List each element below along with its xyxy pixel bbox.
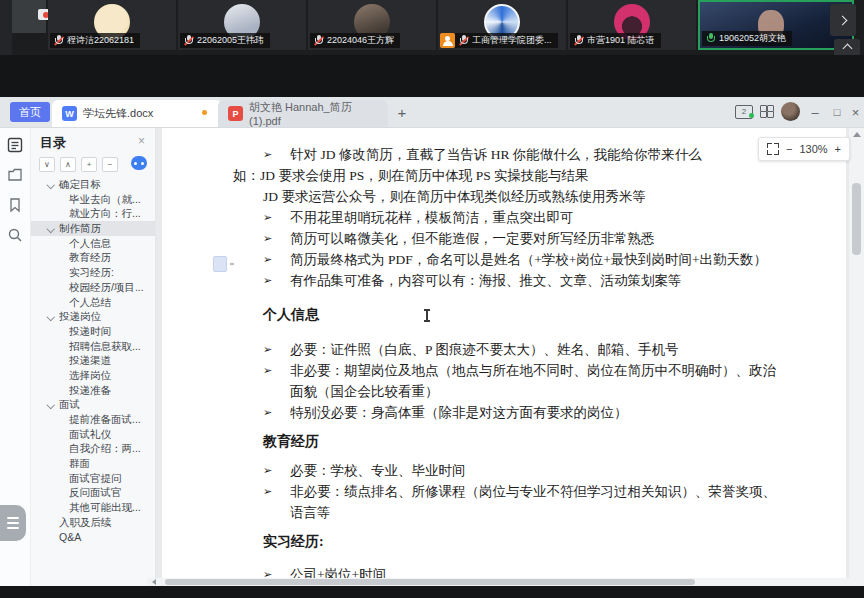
- outline-item[interactable]: 选择岗位: [31, 368, 155, 383]
- participant-name: 市营1901 陆芯语: [587, 34, 655, 47]
- outline-list: 确定目标 毕业去向（就... 就业方向：行... 制作简历 个人信息 教育经历 …: [31, 177, 155, 544]
- maximize-button[interactable]: □: [827, 97, 847, 127]
- minimize-button[interactable]: –: [805, 97, 825, 127]
- scroll-up-icon[interactable]: [853, 132, 861, 137]
- participant-tile[interactable]: 22024046王方辉: [308, 0, 436, 50]
- outline-item[interactable]: 投递准备: [31, 383, 155, 398]
- doc-line: ➢简历可以略微美化，但不能造假，一定要对所写经历非常熟悉: [162, 228, 846, 249]
- text-cursor: [426, 309, 428, 322]
- window-switcher-icon[interactable]: 2: [735, 105, 757, 118]
- doc-line: ➢非必要：绩点排名、所修课程（岗位与专业不符但学习过相关知识）、荣誉奖项、: [162, 481, 846, 502]
- mic-muted-icon: [54, 35, 63, 47]
- document-area: ➢针对 JD 修改简历，直截了当告诉 HR 你能做什么，我能给你带来什么 如：J…: [156, 128, 864, 586]
- online-dot-icon: [749, 113, 754, 118]
- outline-item[interactable]: 确定目标: [31, 177, 155, 192]
- outline-item[interactable]: 反问面试官: [31, 485, 155, 500]
- chevron-down-icon: [47, 180, 55, 188]
- outline-item[interactable]: 自我介绍：两...: [31, 441, 155, 456]
- outline-item[interactable]: 个人信息: [31, 236, 155, 251]
- outline-item[interactable]: 群面: [31, 456, 155, 471]
- comment-marker-icon[interactable]: [213, 256, 227, 272]
- outline-item[interactable]: 入职及后续: [31, 515, 155, 530]
- doc-heading: 教育经历: [162, 431, 846, 452]
- expand-all-button[interactable]: ∨: [39, 157, 55, 172]
- mic-on-icon: [706, 33, 715, 45]
- outline-item[interactable]: 校园经历/项目...: [31, 280, 155, 295]
- close-icon[interactable]: ×: [138, 134, 145, 148]
- video-conference-strip: 录制中 程诗洁22062181 22062005王祎玮 22024046王方辉 …: [0, 0, 864, 55]
- bookmark-panel-icon[interactable]: [6, 196, 24, 214]
- outline-item[interactable]: 面试礼仪: [31, 427, 155, 442]
- mic-muted-icon: [574, 35, 583, 47]
- desktop-background: [0, 55, 864, 97]
- doc-line: ➢不用花里胡哨玩花样，模板简洁，重点突出即可: [162, 207, 846, 228]
- outline-item[interactable]: 教育经历: [31, 250, 155, 265]
- scroll-left-icon[interactable]: [152, 579, 156, 585]
- fit-page-icon[interactable]: [767, 143, 779, 155]
- outline-item[interactable]: 提前准备面试...: [31, 412, 155, 427]
- collapse-all-button[interactable]: ∧: [60, 157, 76, 172]
- next-participants-button[interactable]: [830, 4, 856, 36]
- outline-item[interactable]: 其他可能出现...: [31, 500, 155, 515]
- zoom-in-outline-button[interactable]: +: [81, 157, 97, 172]
- mic-muted-icon: [184, 35, 193, 47]
- outline-item[interactable]: 投递渠道: [31, 353, 155, 368]
- screen: 录制中 程诗洁22062181 22062005王祎玮 22024046王方辉 …: [0, 0, 864, 598]
- outline-panel-icon[interactable]: [6, 136, 24, 154]
- zoom-out-outline-button[interactable]: −: [102, 157, 118, 172]
- participant-name: 22062005王祎玮: [197, 34, 264, 47]
- smart-outline-toggle[interactable]: [131, 156, 147, 170]
- scrollbar-thumb[interactable]: [852, 183, 861, 255]
- search-icon[interactable]: [6, 226, 24, 244]
- home-button[interactable]: 首页: [10, 102, 50, 122]
- close-button[interactable]: ×: [847, 97, 864, 127]
- tab-document[interactable]: W 学坛先锋.docx: [52, 100, 222, 127]
- participant-tile[interactable]: 程诗洁22062181: [48, 0, 176, 50]
- outline-item[interactable]: 毕业去向（就...: [31, 192, 155, 207]
- docx-file-icon: W: [62, 106, 77, 121]
- outline-item[interactable]: Q&A: [31, 530, 155, 545]
- doc-line: 语言等: [162, 502, 846, 523]
- doc-line: ➢有作品集可准备，内容可以有：海报、推文、文章、活动策划案等: [162, 270, 846, 291]
- participant-name: 22024046王方辉: [327, 34, 394, 47]
- doc-line: 如：JD 要求会使用 PS，则在简历中体现 PS 实操技能与结果: [162, 165, 846, 186]
- outline-item[interactable]: 面试官提问: [31, 471, 155, 486]
- strip-edge: [0, 0, 12, 55]
- apps-grid-icon[interactable]: [760, 105, 774, 118]
- participant-tile[interactable]: 工商管理学院团委...: [438, 0, 566, 50]
- zoom-out-button[interactable]: −: [786, 143, 792, 155]
- collapse-strip-button[interactable]: [834, 39, 860, 55]
- outline-item[interactable]: 个人总结: [31, 295, 155, 310]
- outline-item[interactable]: 实习经历:: [31, 265, 155, 280]
- participant-tile[interactable]: 市营1901 陆芯语: [568, 0, 696, 50]
- user-avatar[interactable]: [781, 102, 800, 121]
- doc-line: JD 要求运营公众号，则在简历中体现类似经历或熟练使用秀米等: [162, 186, 846, 207]
- vertical-scrollbar[interactable]: [848, 128, 864, 586]
- outline-item-selected[interactable]: 制作简历: [31, 221, 155, 236]
- outline-item[interactable]: 投递时间: [31, 324, 155, 339]
- participant-tile[interactable]: 22062005王祎玮: [178, 0, 306, 50]
- scrollbar-thumb[interactable]: [165, 579, 695, 585]
- unsaved-dot-icon: [202, 110, 207, 115]
- horizontal-scrollbar[interactable]: [147, 578, 864, 586]
- tab-pdf[interactable]: P 胡文艳 Hannah_简历(1).pdf: [218, 100, 388, 127]
- history-panel-icon[interactable]: [6, 166, 24, 184]
- outline-item[interactable]: 面试: [31, 397, 155, 412]
- outline-item[interactable]: 就业方向：行...: [31, 206, 155, 221]
- outline-item[interactable]: 投递岗位: [31, 309, 155, 324]
- outline-toggle-fab[interactable]: [0, 505, 26, 541]
- participant-name: 工商管理学院团委...: [472, 34, 552, 47]
- participant-name: 程诗洁22062181: [67, 34, 134, 47]
- doc-line: ➢针对 JD 修改简历，直截了当告诉 HR 你能做什么，我能给你带来什么: [162, 144, 846, 165]
- doc-line: ➢特别没必要：身高体重（除非是对这方面有要求的岗位）: [162, 402, 846, 423]
- pdf-file-icon: P: [228, 106, 243, 121]
- mic-muted-icon: [314, 35, 323, 47]
- zoom-in-button[interactable]: +: [835, 143, 841, 155]
- outline-item[interactable]: 招聘信息获取...: [31, 339, 155, 354]
- document-body: ➢针对 JD 修改简历，直截了当告诉 HR 你能做什么，我能给你带来什么 如：J…: [162, 144, 846, 579]
- tab-label: 胡文艳 Hannah_简历(1).pdf: [249, 100, 378, 127]
- zoom-level: 130%: [799, 143, 827, 155]
- new-tab-button[interactable]: +: [392, 102, 412, 122]
- document-page[interactable]: ➢针对 JD 修改简历，直截了当告诉 HR 你能做什么，我能给你带来什么 如：J…: [162, 128, 846, 579]
- participant-name: 19062052胡文艳: [719, 32, 786, 45]
